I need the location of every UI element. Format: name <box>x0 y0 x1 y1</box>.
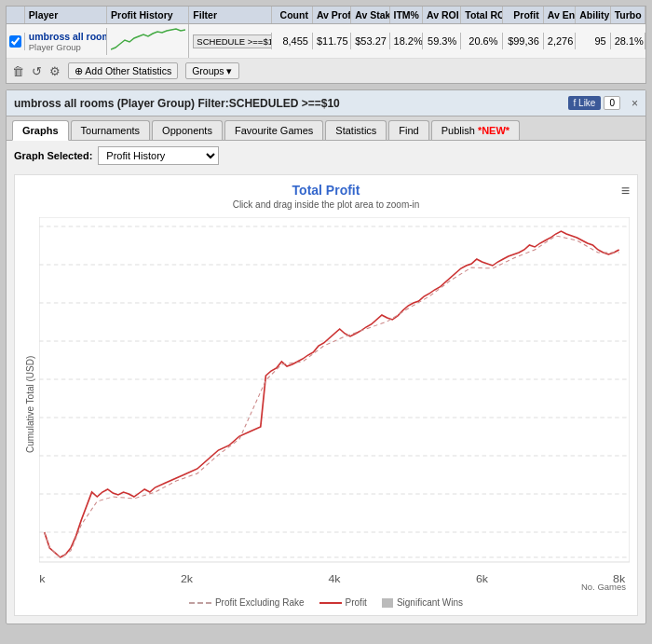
header-itm: ITM% <box>390 7 423 23</box>
refresh-icon[interactable]: ↺ <box>32 64 42 78</box>
table-row[interactable]: umbross all rooms Player Group SCHEDULE … <box>7 24 645 59</box>
settings-icon[interactable]: ⚙ <box>49 64 61 78</box>
panel-header: umbross all rooms (Player Group) Filter:… <box>7 90 645 116</box>
row-itm: 18.2% <box>390 33 423 49</box>
tab-tournaments[interactable]: Tournaments <box>71 120 151 140</box>
chart-title: Total Profit <box>22 183 630 198</box>
header-totalroi: Total ROI <box>461 7 502 23</box>
main-panel: umbross all rooms (Player Group) Filter:… <box>6 89 646 624</box>
row-checkbox[interactable] <box>7 33 25 50</box>
chart-legend: Profit Excluding Rake Profit Significant… <box>22 597 630 608</box>
fb-like-button[interactable]: f Like <box>568 96 602 110</box>
header-turbo: Turbo <box>611 7 645 23</box>
row-filter: SCHEDULE >==$10 <box>189 33 271 49</box>
row-count: 8,455 <box>272 33 313 49</box>
row-avstak: $53.27 <box>351 33 389 49</box>
legend-box <box>382 598 393 608</box>
row-avprof: $11.75 <box>313 33 351 49</box>
add-statistics-button[interactable]: ⊕ Add Other Statistics <box>68 62 178 79</box>
new-badge: *NEW* <box>478 125 509 136</box>
mini-chart-svg <box>111 27 185 53</box>
chart-body: Cumulative Total (USD) <box>22 217 630 592</box>
tab-find[interactable]: Find <box>388 120 428 140</box>
header-profit2: Profit <box>503 7 544 23</box>
groups-button[interactable]: Groups ▾ <box>185 62 238 79</box>
row-avenl: 2,276 <box>544 33 576 49</box>
row-profit-hist <box>107 24 189 58</box>
header-player: Player <box>25 7 107 23</box>
legend-significant-wins-label: Significant Wins <box>397 597 463 608</box>
graph-selected-label: Graph Selected: <box>14 150 92 161</box>
panel-title: umbross all rooms (Player Group) Filter:… <box>14 97 340 110</box>
chart-svg: 120K 105K 90K 75K 60K 45K 30K 15K 0 -15K… <box>39 217 630 590</box>
panel-header-right: f Like 0 × <box>568 96 638 110</box>
graph-controls: Graph Selected: Profit History ROI Histo… <box>7 141 645 171</box>
tab-favourite-games[interactable]: Favourite Games <box>224 120 323 140</box>
no-games-label: No. Games <box>581 582 626 592</box>
legend-significant-wins: Significant Wins <box>382 597 463 608</box>
fb-like-section: f Like 0 <box>568 96 620 110</box>
header-count: Count <box>272 7 313 23</box>
top-table-section: Player Profit History Filter Count Av Pr… <box>6 6 646 84</box>
legend-excluding-rake: Profit Excluding Rake <box>189 597 305 608</box>
row-avroi: 59.3% <box>423 33 461 49</box>
legend-profit-label: Profit <box>346 597 367 608</box>
row-ability: 95 <box>576 33 610 49</box>
svg-text:6k: 6k <box>476 573 488 584</box>
svg-text:4k: 4k <box>328 573 340 584</box>
close-button[interactable]: × <box>632 97 638 110</box>
row-turbo: 28.1% <box>611 33 645 49</box>
row-totalroi: 20.6% <box>461 33 502 49</box>
header-profit-history: Profit History <box>107 7 189 23</box>
tab-publish[interactable]: Publish *NEW* <box>431 120 520 140</box>
y-axis-label: Cumulative Total (USD) <box>22 217 35 592</box>
row-profit2: $99,36 <box>503 33 544 49</box>
chart-area[interactable]: 120K 105K 90K 75K 60K 45K 30K 15K 0 -15K… <box>39 217 630 592</box>
legend-solid-line <box>319 602 342 604</box>
tab-opponents[interactable]: Opponents <box>152 120 223 140</box>
header-avroi: Av ROI <box>423 7 461 23</box>
player-group: Player Group <box>29 42 102 52</box>
chart-subtitle: Click and drag inside the plot area to z… <box>22 199 630 210</box>
tabs-bar: Graphs Tournaments Opponents Favourite G… <box>7 116 645 141</box>
table-header: Player Profit History Filter Count Av Pr… <box>7 7 645 24</box>
row-check-input[interactable] <box>9 35 21 48</box>
filter-badge: SCHEDULE >==$10 <box>193 34 271 48</box>
chart-menu-icon[interactable]: ≡ <box>621 183 630 199</box>
row-player: umbross all rooms Player Group <box>25 28 107 55</box>
svg-text:2k: 2k <box>181 573 193 584</box>
legend-dashed-line <box>189 602 211 604</box>
toolbar: 🗑 ↺ ⚙ ⊕ Add Other Statistics Groups ▾ <box>7 59 645 83</box>
trash-icon[interactable]: 🗑 <box>12 64 24 78</box>
header-filter: Filter <box>189 7 271 23</box>
header-avprof: Av Prof <box>313 7 351 23</box>
header-ability: Ability <box>576 7 610 23</box>
fb-count: 0 <box>604 96 620 110</box>
svg-text:0k: 0k <box>39 573 46 584</box>
header-avstak: Av Stak <box>351 7 389 23</box>
graph-select-dropdown[interactable]: Profit History ROI History ITM History S… <box>98 146 219 165</box>
svg-rect-0 <box>39 217 630 562</box>
legend-profit: Profit <box>319 597 367 608</box>
player-name: umbross all rooms <box>29 31 102 42</box>
tab-statistics[interactable]: Statistics <box>325 120 387 140</box>
header-check <box>7 7 25 23</box>
tab-graphs[interactable]: Graphs <box>12 120 69 141</box>
chart-container: Total Profit Click and drag inside the p… <box>14 174 638 616</box>
legend-excluding-rake-label: Profit Excluding Rake <box>215 597 305 608</box>
header-avenl: Av Enl <box>544 7 576 23</box>
